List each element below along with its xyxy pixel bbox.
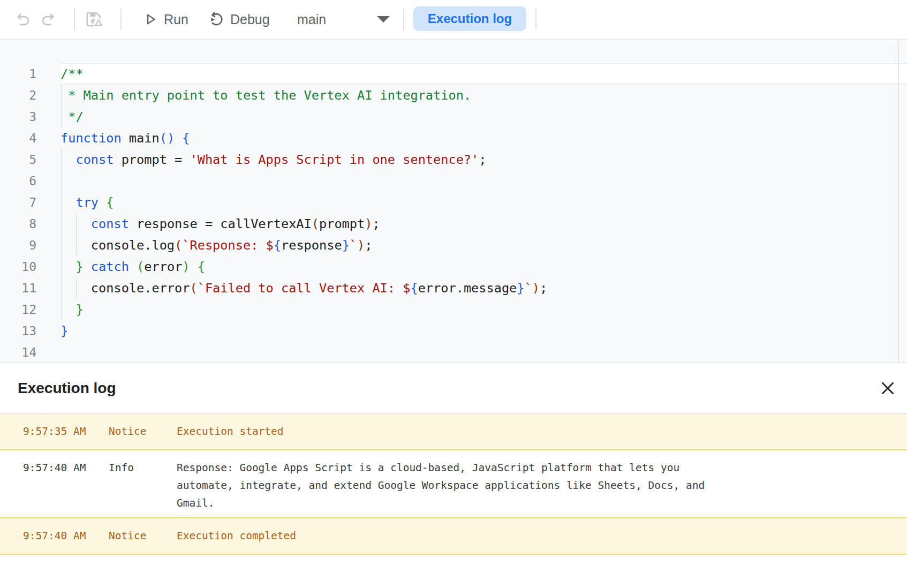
indent-guide — [61, 213, 62, 235]
line-number[interactable]: 8 — [0, 213, 61, 235]
line-number[interactable]: 1 — [0, 63, 61, 85]
code-token: `Failed to call Vertex AI: $ — [198, 281, 411, 296]
line-number[interactable]: 13 — [0, 320, 61, 342]
code-token: `Response: $ — [182, 238, 273, 253]
code-line[interactable]: 9 console.log(`Response: ${response}`); — [0, 235, 907, 256]
code-token: ` — [525, 281, 532, 296]
code-token: ; — [365, 238, 372, 253]
undo-button[interactable] — [15, 11, 31, 27]
code-line[interactable]: 12 } — [0, 299, 907, 320]
code-token: { — [274, 238, 281, 253]
line-number[interactable]: 6 — [0, 170, 61, 192]
code-token — [129, 259, 137, 274]
code-token: ) — [532, 281, 540, 296]
save-button[interactable] — [85, 10, 104, 29]
code-line[interactable]: 2 * Main entry point to test the Vertex … — [0, 85, 907, 106]
apps-script-editor: Run Debug main Execution — [0, 0, 907, 588]
code-line[interactable]: 5 const prompt = 'What is Apps Script in… — [0, 149, 907, 170]
code-token — [84, 259, 91, 274]
code-token: prompt = — [114, 152, 190, 167]
indent-guide — [61, 149, 62, 170]
save-warning-icon — [85, 10, 104, 29]
indent-guide — [61, 85, 62, 106]
code-line-text: */ — [61, 106, 907, 127]
code-line-text — [61, 342, 907, 362]
code-token: } — [75, 302, 83, 317]
execution-log-panel: Execution log 9:57:35 AMNoticeExecution … — [0, 362, 907, 588]
code-line[interactable]: 11 console.error(`Failed to call Vertex … — [0, 277, 907, 299]
function-selector[interactable]: main — [297, 12, 326, 27]
code-token: response = callVertexAI — [129, 216, 312, 231]
indent-guide — [61, 256, 62, 277]
line-number[interactable]: 4 — [0, 127, 61, 149]
toolbar-divider — [403, 9, 404, 30]
code-line[interactable]: 4function main() { — [0, 127, 907, 149]
code-token: ( — [137, 259, 144, 274]
undo-icon — [15, 11, 31, 27]
code-token: console.log — [61, 238, 175, 253]
line-number[interactable]: 2 — [0, 85, 61, 106]
code-token — [61, 195, 75, 210]
code-token: */ — [61, 109, 84, 124]
execution-log-toggle-button[interactable]: Execution log — [413, 6, 526, 31]
debug-button[interactable]: Debug — [208, 11, 270, 27]
code-line[interactable]: 3 */ — [0, 106, 907, 127]
code-token: ; — [479, 152, 486, 167]
line-number[interactable]: 11 — [0, 277, 61, 299]
run-button[interactable]: Run — [143, 12, 188, 27]
code-line[interactable]: 13} — [0, 320, 907, 342]
code-line[interactable]: 7 try { — [0, 192, 907, 213]
log-row: 9:57:40 AMInfoResponse: Google Apps Scri… — [0, 450, 907, 518]
indent-guide — [61, 277, 62, 299]
run-button-label: Run — [164, 12, 188, 27]
log-message: Execution completed — [177, 529, 717, 543]
code-token: ( — [312, 216, 319, 231]
close-execution-log-button[interactable] — [879, 380, 896, 397]
chevron-down-icon[interactable] — [376, 16, 390, 23]
code-line[interactable]: 6 — [0, 170, 907, 192]
line-number[interactable]: 14 — [0, 342, 61, 362]
execution-log-rows: 9:57:35 AMNoticeExecution started9:57:40… — [0, 414, 907, 555]
indent-guide — [76, 235, 77, 256]
line-number[interactable]: 12 — [0, 299, 61, 320]
code-token: const — [75, 152, 114, 167]
code-token: response — [281, 238, 342, 253]
log-timestamp: 9:57:40 AM — [23, 459, 109, 512]
line-number[interactable]: 10 — [0, 256, 61, 277]
code-line[interactable]: 14 — [0, 342, 907, 362]
code-token: const — [91, 216, 129, 231]
redo-icon — [40, 11, 56, 27]
code-line-text: } catch (error) { — [61, 256, 907, 277]
line-number[interactable]: 7 — [0, 192, 61, 213]
code-token — [61, 302, 75, 317]
line-number[interactable]: 5 — [0, 149, 61, 170]
code-token: ( — [190, 281, 197, 296]
code-token: /** — [61, 66, 84, 81]
line-number[interactable]: 3 — [0, 106, 61, 127]
log-timestamp: 9:57:35 AM — [23, 425, 109, 439]
code-line-text: console.log(`Response: ${response}`); — [61, 235, 907, 256]
code-line-text: function main() { — [61, 127, 907, 149]
code-line[interactable]: 1/** — [0, 63, 907, 85]
code-line-text: } — [61, 320, 907, 342]
code-token — [61, 152, 75, 167]
indent-guide — [61, 299, 62, 320]
code-token: try — [75, 195, 99, 210]
code-token: { — [182, 131, 190, 146]
code-token: () — [160, 131, 175, 146]
code-line-text — [61, 170, 907, 192]
code-line[interactable]: 8 const response = callVertexAI(prompt); — [0, 213, 907, 235]
code-token: } — [61, 323, 68, 338]
indent-guide — [61, 235, 62, 256]
redo-button[interactable] — [40, 11, 56, 27]
code-line-text: } — [61, 299, 907, 320]
debug-icon — [208, 11, 224, 27]
log-row: 9:57:40 AMNoticeExecution completed — [0, 518, 907, 555]
code-token: } — [342, 238, 350, 253]
code-line[interactable]: 10 } catch (error) { — [0, 256, 907, 277]
code-editor[interactable]: 1/**2 * Main entry point to test the Ver… — [0, 40, 907, 362]
log-row: 9:57:35 AMNoticeExecution started — [0, 414, 907, 450]
code-token: ) — [365, 216, 372, 231]
code-token: prompt — [319, 216, 365, 231]
line-number[interactable]: 9 — [0, 235, 61, 256]
